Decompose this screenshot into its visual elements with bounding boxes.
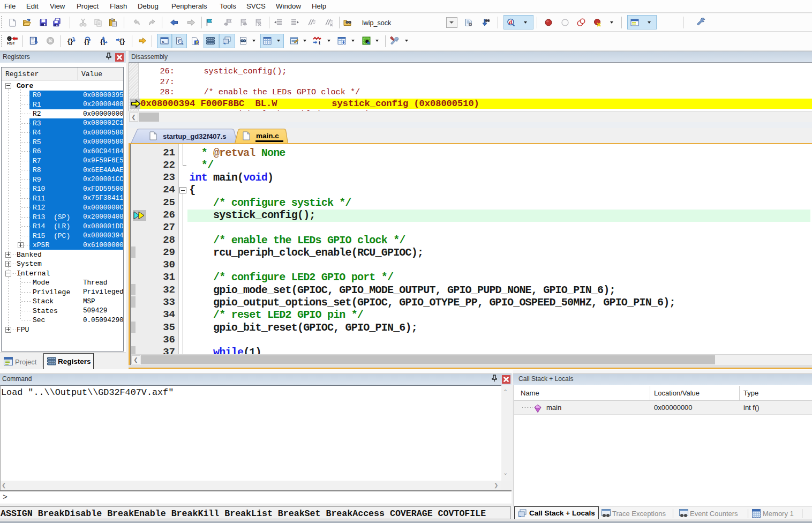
svg-text:{}: {}	[67, 37, 73, 45]
svg-text:d: d	[509, 19, 512, 25]
svg-text:S: S	[196, 40, 199, 46]
svg-text:{}: {}	[84, 38, 89, 45]
svg-text:RST: RST	[7, 41, 15, 46]
svg-text:>_: >_	[162, 40, 167, 44]
svg-text:t: t	[319, 40, 320, 45]
svg-text:{}: {}	[119, 37, 125, 45]
